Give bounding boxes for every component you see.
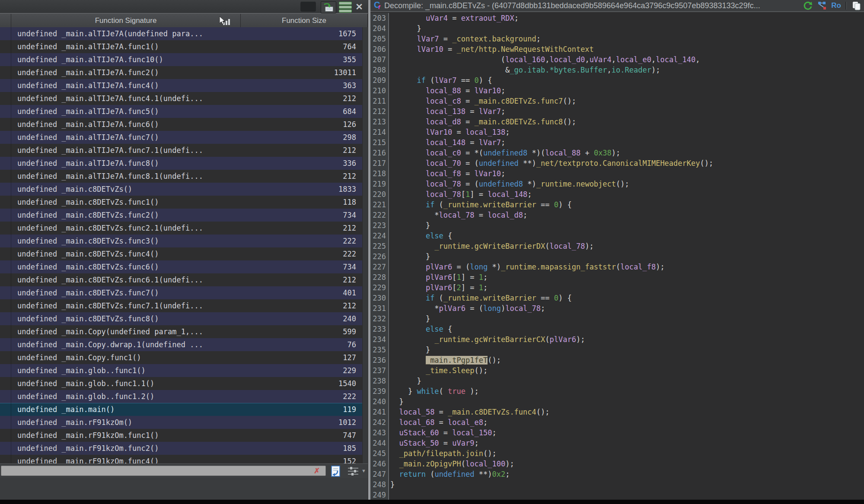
code-line[interactable]: 222 *local_78 = local_d8; — [370, 210, 864, 220]
function-signature: undefined _main.c8DETvZs.func4() — [17, 247, 291, 260]
code-line[interactable]: 231 *plVar6 = (long)local_78; — [370, 303, 864, 314]
code-line[interactable]: 224 else { — [370, 231, 864, 241]
table-row[interactable]: undefined _main.main()119 — [0, 403, 362, 416]
copy-icon[interactable] — [851, 0, 861, 11]
code-line[interactable]: 239 } while( true ); — [370, 386, 864, 396]
table-row[interactable]: undefined _main.c8DETvZs.func3()222 — [0, 235, 362, 247]
code-line[interactable]: 216 local_c0 = *(undefined8 *)(local_88 … — [370, 148, 864, 158]
code-line[interactable]: 225 _runtime.gcWriteBarrierDX(local_78); — [370, 241, 864, 251]
code-line[interactable]: 243 uStack_60 = local_150; — [370, 428, 864, 438]
table-row[interactable]: undefined _main.Copy.func1()127 — [0, 351, 362, 364]
code-line[interactable]: 209 if (lVar7 == 0) { — [370, 75, 864, 86]
code-line[interactable]: 241 local_58 = _main.c8DETvZs.func4(); — [370, 407, 864, 417]
table-row[interactable]: undefined _main.rF91kzOm.func4()152 — [0, 455, 362, 463]
reference-label[interactable]: Ro — [831, 1, 841, 10]
table-row[interactable]: undefined _main.c8DETvZs.func7()401 — [0, 286, 362, 299]
column-header-function-signature[interactable]: Function Signature — [11, 14, 241, 27]
table-row[interactable]: undefined _main.c8DETvZs()1833 — [0, 183, 362, 196]
code-line[interactable]: 220 local_78[1] = local_148; — [370, 189, 864, 200]
code-line[interactable]: 223 } — [370, 220, 864, 231]
refresh-icon[interactable] — [803, 0, 813, 11]
filter-options-icon[interactable] — [329, 465, 341, 479]
code-line[interactable]: 235 } — [370, 345, 864, 355]
code-line[interactable]: 219 local_78 = (undefined8 *)_runtime.ne… — [370, 179, 864, 189]
code-line[interactable]: 244 uStack_50 = uVar9; — [370, 438, 864, 448]
table-row[interactable]: undefined _main.rF91kzOm.func1()747 — [0, 429, 362, 442]
code-line[interactable]: 248} — [370, 479, 864, 490]
graph-icon[interactable] — [817, 1, 827, 10]
snapshot-button[interactable] — [321, 1, 336, 13]
code-line[interactable]: 207 (local_160,local_d0,uVar4,local_e0,l… — [370, 54, 864, 65]
code-line[interactable]: 214 lVar10 = local_138; — [370, 127, 864, 137]
table-row[interactable]: undefined _main.alTIJe7A.func8()336 — [0, 157, 362, 170]
code-line[interactable]: 221 if (_runtime.writeBarrier == 0) { — [370, 200, 864, 210]
code-line[interactable]: 211 local_c8 = _main.c8DETvZs.func7(); — [370, 96, 864, 106]
table-row[interactable]: undefined _main.alTIJe7A.func2()13011 — [0, 66, 362, 79]
code-line[interactable]: 227 plVar6 = (long *)_runtime.mapassign_… — [370, 262, 864, 272]
table-row[interactable]: undefined _main.c8DETvZs.func8()240 — [0, 312, 362, 325]
table-row[interactable]: undefined _main.glob..func1()229 — [0, 364, 362, 377]
code-line[interactable]: 232 } — [370, 314, 864, 324]
decompiler-code[interactable]: 203 uVar4 = extraout_RDX;204 }205 lVar7 … — [370, 13, 864, 500]
dropdown-caret-icon[interactable]: ▼ — [361, 468, 366, 473]
display-icon[interactable] — [300, 1, 316, 12]
code-line[interactable]: 228 plVar6[1] = 1; — [370, 272, 864, 282]
table-row[interactable]: undefined _main.alTIJe7A.func5()684 — [0, 105, 362, 118]
table-row[interactable]: undefined _main.alTIJe7A(undefined para.… — [0, 27, 362, 40]
code-line[interactable]: 246 _main.zOpigvPH(local_100); — [370, 459, 864, 469]
code-line[interactable]: 237 _time.Sleep(); — [370, 365, 864, 376]
table-row[interactable]: undefined _main.rF91kzOm()1012 — [0, 416, 362, 429]
table-row[interactable]: undefined _main.glob..func1.1()1540 — [0, 377, 362, 390]
table-scrollbar[interactable] — [362, 27, 368, 463]
close-icon[interactable]: ✕ — [354, 1, 365, 13]
code-line[interactable]: 210 local_88 = lVar10; — [370, 86, 864, 96]
code-line[interactable]: 206 lVar10 = _net/http.NewRequestWithCon… — [370, 44, 864, 54]
table-row[interactable]: undefined _main.c8DETvZs.func4()222 — [0, 247, 362, 260]
code-line[interactable]: 212 local_138 = lVar7; — [370, 106, 864, 117]
table-row[interactable]: undefined _main.Copy.dwrap.1(undefined .… — [0, 338, 362, 351]
table-row[interactable]: undefined _main.glob..func1.2()222 — [0, 390, 362, 403]
table-row[interactable]: undefined _main.c8DETvZs.func6()734 — [0, 260, 362, 273]
code-line[interactable]: 204 } — [370, 23, 864, 34]
code-line[interactable]: 218 local_f8 = lVar10; — [370, 168, 864, 179]
code-line[interactable]: 217 local_70 = (undefined **)_net/textpr… — [370, 158, 864, 168]
table-row[interactable]: undefined _main.alTIJe7A.func6()126 — [0, 118, 362, 131]
code-line[interactable]: 226 } — [370, 251, 864, 262]
code-line[interactable]: 234 _runtime.gcWriteBarrierCX(plVar6); — [370, 334, 864, 345]
table-row[interactable]: undefined _main.c8DETvZs.func1()118 — [0, 196, 362, 209]
code-line[interactable]: 233 else { — [370, 324, 864, 334]
table-row[interactable]: undefined _main.rF91kzOm.func2()185 — [0, 442, 362, 455]
table-row[interactable]: undefined _main.alTIJe7A.func7()298 — [0, 131, 362, 144]
column-header-function-size[interactable]: Function Size — [241, 14, 368, 27]
code-line[interactable]: 238 } — [370, 376, 864, 386]
code-line[interactable]: 249 — [370, 490, 864, 500]
code-line[interactable]: 245 _path/filepath.join(); — [370, 448, 864, 459]
table-row[interactable]: undefined _main.alTIJe7A.func4.1(undefi.… — [0, 92, 362, 105]
table-row[interactable]: undefined _main.c8DETvZs.func6.1(undefi.… — [0, 273, 362, 286]
table-row[interactable]: undefined _main.c8DETvZs.func2.1(undefi.… — [0, 222, 362, 235]
table-row[interactable]: undefined _main.alTIJe7A.func7.1(undefi.… — [0, 144, 362, 157]
code-line[interactable]: 205 lVar7 = _context.background; — [370, 34, 864, 44]
function-table-toolbar: ✕ — [0, 0, 368, 14]
code-line[interactable]: 208 &_go.itab.*bytes.Buffer,io.Reader); — [370, 65, 864, 75]
table-row[interactable]: undefined _main.c8DETvZs.func2()734 — [0, 209, 362, 222]
table-row[interactable]: undefined _main.alTIJe7A.func10()355 — [0, 53, 362, 66]
code-line[interactable]: 229 plVar6[2] = 1; — [370, 282, 864, 293]
list-icon[interactable] — [339, 1, 352, 13]
code-line[interactable]: 240 } — [370, 396, 864, 407]
code-line[interactable]: 213 local_d8 = _main.c8DETvZs.func8(); — [370, 117, 864, 127]
table-row[interactable]: undefined _main.alTIJe7A.func8.1(undefi.… — [0, 170, 362, 183]
filter-input[interactable] — [1, 466, 326, 476]
code-line[interactable]: 215 local_148 = lVar7; — [370, 137, 864, 148]
table-row[interactable]: undefined _main.alTIJe7A.func1()764 — [0, 40, 362, 53]
filter-sliders-icon[interactable] — [347, 466, 360, 479]
code-line[interactable]: 236 _main.tPgp1feT(); — [370, 355, 864, 365]
clear-filter-icon[interactable]: ✗ — [314, 466, 320, 475]
table-row[interactable]: undefined _main.c8DETvZs.func7.1(undefi.… — [0, 299, 362, 312]
code-line[interactable]: 242 local_68 = local_e8; — [370, 417, 864, 428]
code-line[interactable]: 230 if (_runtime.writeBarrier == 0) { — [370, 293, 864, 303]
table-row[interactable]: undefined _main.alTIJe7A.func4()363 — [0, 79, 362, 92]
code-line[interactable]: 203 uVar4 = extraout_RDX; — [370, 13, 864, 23]
table-row[interactable]: undefined _main.Copy(undefined param_1,.… — [0, 325, 362, 338]
code-line[interactable]: 247 return (undefined **)0x2; — [370, 469, 864, 479]
